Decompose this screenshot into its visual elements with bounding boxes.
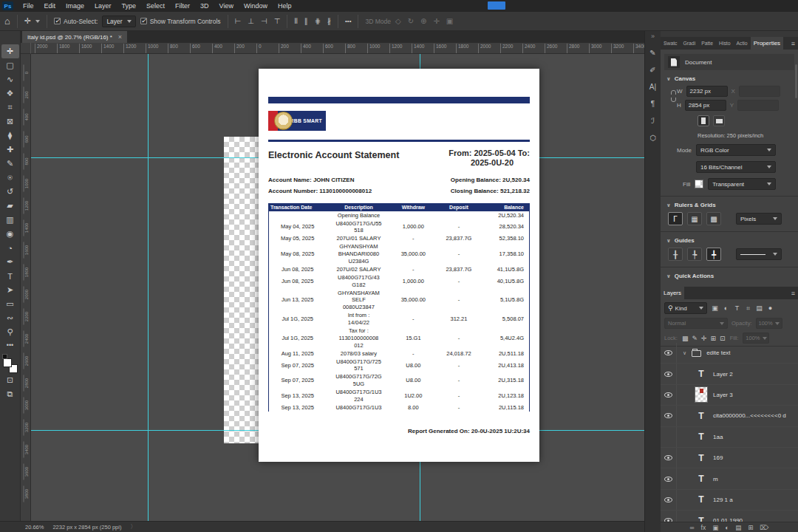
layer-row[interactable]: Tm — [661, 468, 798, 489]
guide-style-dropdown[interactable] — [736, 248, 782, 260]
layer-row[interactable]: T169 — [661, 448, 798, 468]
eye-icon[interactable] — [664, 392, 672, 398]
distribute-left-icon[interactable]: ⫴ — [294, 17, 297, 26]
menu-help[interactable]: Help — [273, 0, 297, 12]
canvas-section-header[interactable]: ∨ Canvas — [666, 75, 792, 82]
visibility-toggle[interactable] — [661, 343, 677, 363]
toggle-transparency-button[interactable]: ▩ — [706, 212, 721, 225]
color-mode-dropdown[interactable]: RGB Color — [696, 144, 776, 156]
visibility-toggle[interactable] — [661, 385, 677, 405]
clone-stamp-tool[interactable]: ⍟ — [1, 171, 19, 185]
frame-tool[interactable]: ⊠ — [1, 115, 19, 129]
align-horizontal-centers-icon[interactable]: ⊥ — [248, 17, 254, 25]
toggle-grid-button[interactable]: ▦ — [687, 212, 702, 225]
tab-histo[interactable]: Histo — [716, 37, 734, 50]
tab-patte[interactable]: Patte — [698, 37, 716, 50]
dodge-tool[interactable]: ◔ — [1, 241, 19, 255]
quick-actions-section-header[interactable]: ∨ Quick Actions — [666, 273, 792, 279]
eye-icon[interactable] — [664, 350, 672, 355]
new-group-icon[interactable]: ▤ — [735, 524, 741, 531]
visibility-toggle[interactable] — [661, 511, 677, 522]
filter-pixel-layers-icon[interactable]: ▣ — [710, 304, 720, 313]
ruler-units-dropdown[interactable]: Pixels — [736, 213, 782, 225]
3d-panel-icon[interactable]: ⬡ — [649, 134, 656, 142]
filter-type-layers-icon[interactable]: T — [732, 304, 742, 313]
adjustment-layer-icon[interactable]: ◐ — [725, 524, 729, 531]
fill-dropdown[interactable]: Transparent — [708, 178, 776, 190]
visibility-toggle[interactable] — [661, 406, 677, 426]
menu-image[interactable]: Image — [61, 0, 89, 12]
visibility-toggle[interactable] — [661, 490, 677, 510]
blend-mode-dropdown[interactable]: Normal — [664, 318, 728, 329]
lock-transparency-icon[interactable]: ▩ — [682, 335, 689, 342]
status-arrow-icon[interactable]: 〉 — [130, 523, 136, 531]
layer-effects-icon[interactable]: fx — [701, 524, 706, 531]
lock-position-icon[interactable]: ✛ — [701, 335, 707, 342]
document-canvas[interactable]: RBB SMART Electronic Account Statement F… — [259, 69, 539, 462]
pen-tool[interactable]: ✒ — [1, 255, 19, 269]
checkbox-icon[interactable] — [54, 18, 61, 24]
horizontal-ruler[interactable]: 2000180016001400120010008006004002000200… — [21, 43, 644, 54]
tab-gradi[interactable]: Gradi — [681, 37, 699, 50]
checkbox-icon[interactable] — [140, 18, 147, 24]
show-transform-checkbox[interactable]: Show Transform Controls — [140, 18, 221, 25]
guides-section-header[interactable]: ∨ Guides — [666, 237, 792, 244]
group-expand-icon[interactable]: ∨ — [683, 350, 686, 356]
layer-row[interactable]: Layer 3 — [661, 385, 798, 406]
layer-row[interactable]: T01.01.1990 — [661, 511, 798, 522]
path-selection-tool[interactable]: ➤ — [1, 283, 19, 297]
crop-tool[interactable]: ⌗ — [1, 100, 19, 115]
toggle-rulers-button[interactable]: Γ — [668, 212, 683, 225]
shape-tool[interactable]: ▭ — [1, 297, 19, 311]
foreground-background-swatches[interactable] — [2, 354, 18, 373]
chevron-down-icon[interactable] — [35, 20, 40, 23]
layer-row[interactable]: Tcita0000000...<<<<<<<<0 d — [661, 406, 798, 426]
landscape-orientation-button[interactable] — [713, 115, 725, 126]
eye-icon[interactable] — [664, 477, 672, 482]
screen-mode-button[interactable]: ⧉ — [1, 387, 19, 401]
menu-type[interactable]: Type — [117, 0, 142, 12]
distribute-right-icon[interactable]: ⋕ — [315, 17, 321, 25]
menu-filter[interactable]: Filter — [170, 0, 195, 12]
layer-row[interactable]: T129 1 a — [661, 490, 798, 511]
portrait-orientation-button[interactable] — [698, 115, 709, 126]
align-right-edges-icon[interactable]: ⊣ — [261, 17, 267, 25]
auto-select-checkbox[interactable]: Auto-Select: — [54, 18, 98, 25]
lock-all-icon[interactable]: ⊡ — [720, 335, 726, 342]
zoom-tool[interactable]: ⚲ — [1, 325, 19, 339]
visibility-toggle[interactable] — [661, 468, 677, 488]
tab-actio[interactable]: Actio — [734, 37, 751, 50]
filter-shape-layers-icon[interactable]: ⌗ — [743, 304, 753, 313]
type-tool[interactable]: T — [1, 269, 19, 283]
marquee-tool[interactable]: ▢ — [1, 58, 19, 72]
y-field[interactable] — [737, 100, 779, 111]
lock-artboard-icon[interactable]: ⊞ — [711, 335, 717, 342]
fill-swatch[interactable] — [695, 180, 703, 188]
gradient-tool[interactable]: ▥ — [1, 213, 19, 227]
quick-mask-button[interactable]: ⊡ — [1, 373, 19, 387]
history-brush-tool[interactable]: ↺ — [1, 185, 19, 199]
hand-tool[interactable]: ∾ — [1, 311, 19, 325]
link-dimensions-icon[interactable] — [671, 90, 676, 102]
layer-row[interactable]: ∨edite text — [661, 343, 798, 364]
x-field[interactable] — [739, 86, 780, 97]
toggle-guides-button[interactable]: ╂ — [668, 248, 683, 261]
foreground-color-swatch[interactable] — [3, 358, 12, 367]
menu-layer[interactable]: Layer — [89, 0, 117, 12]
filter-kind-dropdown[interactable]: ⚲ Kind — [664, 302, 707, 314]
eye-icon[interactable] — [664, 372, 672, 377]
lock-pixels-icon[interactable]: ✎ — [692, 335, 698, 342]
blur-tool[interactable]: ◉ — [1, 227, 19, 241]
more-tools[interactable]: ••• — [1, 339, 19, 351]
bit-depth-dropdown[interactable]: 16 Bits/Channel — [696, 161, 776, 173]
rulers-grids-section-header[interactable]: ∨ Rulers & Grids — [666, 202, 792, 208]
document-tab[interactable]: Italy id.psd @ 20.7% (RGB/16) * × — [22, 31, 127, 43]
brush-tool[interactable]: ✎ — [1, 157, 19, 171]
menu-edit[interactable]: Edit — [39, 0, 61, 12]
delete-layer-icon[interactable]: ⌦ — [760, 524, 768, 531]
ruler-origin-corner[interactable] — [21, 43, 31, 54]
width-field[interactable]: 2232 px — [686, 86, 728, 97]
eraser-tool[interactable]: ▰ — [1, 199, 19, 213]
close-tab-icon[interactable]: × — [118, 33, 122, 41]
auto-select-target-dropdown[interactable]: Layer — [102, 16, 135, 27]
